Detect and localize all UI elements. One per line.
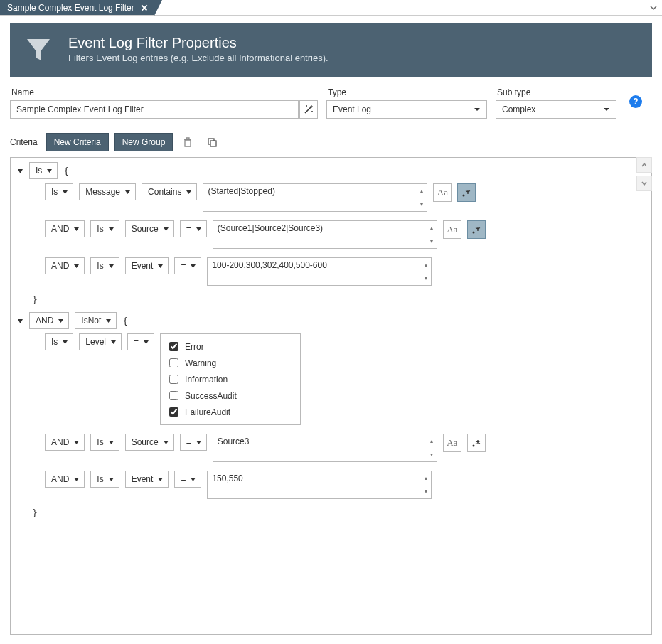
- row-logic-select[interactable]: Is: [90, 471, 119, 488]
- row-conjunction-select[interactable]: AND: [45, 434, 85, 451]
- level-successaudit-checkbox[interactable]: SuccessAudit: [166, 387, 293, 404]
- name-input[interactable]: [10, 100, 299, 119]
- operator-select[interactable]: =: [180, 434, 207, 451]
- tab-active[interactable]: Sample Complex Event Log Filter: [0, 0, 154, 15]
- tab-overflow-button[interactable]: [645, 0, 662, 15]
- chevron-down-icon: [46, 168, 53, 174]
- chevron-down-icon: [603, 106, 610, 113]
- spin-up[interactable]: ▴: [417, 184, 427, 198]
- funnel-icon: [23, 33, 54, 65]
- level-error-checkbox[interactable]: Error: [166, 338, 293, 355]
- operator-select[interactable]: =: [174, 471, 201, 488]
- type-value: Event Log: [333, 104, 371, 114]
- case-sensitive-toggle[interactable]: Aa: [443, 434, 461, 452]
- copy-button[interactable]: [203, 133, 221, 151]
- regex-toggle[interactable]: [457, 183, 476, 202]
- wand-button[interactable]: [299, 100, 318, 119]
- spin-up[interactable]: ▴: [421, 471, 431, 485]
- group-logic-select[interactable]: Is: [29, 162, 58, 179]
- svg-point-4: [472, 445, 474, 447]
- delete-button[interactable]: [178, 133, 197, 151]
- svg-point-2: [463, 195, 465, 197]
- case-sensitive-toggle[interactable]: Aa: [433, 183, 452, 202]
- collapse-toggle[interactable]: [16, 317, 23, 324]
- field-select[interactable]: Level: [79, 333, 122, 350]
- criteria-pane: Is { Is Message Contains (Started|Stoppe…: [10, 157, 652, 635]
- close-brace: }: [16, 294, 646, 305]
- spin-up[interactable]: ▴: [427, 434, 437, 448]
- level-failureaudit-checkbox[interactable]: FailureAudit: [166, 404, 293, 420]
- close-brace: }: [16, 508, 646, 518]
- criteria-label: Criteria: [10, 137, 38, 147]
- operator-select[interactable]: =: [127, 333, 154, 350]
- row-logic-select[interactable]: Is: [45, 333, 73, 350]
- regex-toggle[interactable]: [467, 220, 486, 239]
- tab-bar: Sample Complex Event Log Filter: [0, 0, 662, 16]
- spin-up[interactable]: ▴: [421, 258, 431, 272]
- spin-down[interactable]: ▾: [427, 448, 437, 461]
- row-logic-select[interactable]: Is: [90, 434, 119, 451]
- page-subtitle: Filters Event Log entries (e.g. Exclude …: [68, 53, 329, 63]
- operator-select[interactable]: =: [174, 257, 201, 274]
- scroll-down-button[interactable]: [636, 176, 652, 191]
- subtype-label: Sub type: [496, 87, 616, 97]
- row-conjunction-select[interactable]: AND: [45, 220, 85, 237]
- criteria-value-input[interactable]: (Source1|Source2|Source3): [213, 220, 437, 249]
- subtype-select[interactable]: Complex: [496, 100, 616, 119]
- type-select[interactable]: Event Log: [326, 100, 487, 119]
- level-checkbox-list: Error Warning Information SuccessAudit F…: [160, 333, 301, 425]
- collapse-toggle[interactable]: [16, 167, 23, 174]
- level-warning-checkbox[interactable]: Warning: [166, 355, 293, 371]
- regex-toggle[interactable]: [467, 434, 486, 452]
- row-logic-select[interactable]: Is: [90, 257, 119, 274]
- field-select[interactable]: Event: [125, 471, 169, 488]
- new-group-button[interactable]: New Group: [114, 133, 173, 151]
- group-conjunction-select[interactable]: AND: [29, 312, 69, 329]
- type-label: Type: [326, 87, 487, 97]
- field-select[interactable]: Event: [125, 257, 169, 274]
- criteria-value-input[interactable]: 150,550: [207, 471, 432, 499]
- svg-rect-1: [210, 141, 216, 146]
- field-select[interactable]: Message: [79, 183, 136, 200]
- subtype-value: Complex: [502, 104, 535, 114]
- help-icon[interactable]: ?: [629, 95, 642, 108]
- criteria-value-input[interactable]: (Started|Stopped): [203, 183, 427, 212]
- criteria-value-input[interactable]: 100-200,300,302,400,500-600: [207, 257, 432, 286]
- operator-select[interactable]: Contains: [142, 183, 197, 200]
- field-select[interactable]: Source: [125, 220, 174, 237]
- spin-down[interactable]: ▾: [421, 485, 431, 498]
- svg-point-3: [472, 232, 474, 234]
- close-icon[interactable]: [142, 5, 147, 11]
- header-banner: Event Log Filter Properties Filters Even…: [10, 23, 652, 77]
- field-select[interactable]: Source: [125, 434, 174, 451]
- row-logic-select[interactable]: Is: [90, 220, 119, 237]
- scroll-up-button[interactable]: [636, 157, 652, 173]
- name-label: Name: [10, 87, 299, 97]
- page-title: Event Log Filter Properties: [68, 35, 329, 51]
- criteria-value-input[interactable]: Source3: [213, 434, 437, 462]
- operator-select[interactable]: =: [180, 220, 207, 237]
- row-conjunction-select[interactable]: AND: [45, 471, 85, 488]
- open-brace: {: [122, 316, 128, 326]
- new-criteria-button[interactable]: New Criteria: [46, 133, 109, 151]
- group-logic-select[interactable]: IsNot: [75, 312, 117, 329]
- spin-down[interactable]: ▾: [421, 272, 431, 285]
- tab-title: Sample Complex Event Log Filter: [7, 3, 134, 13]
- spin-down[interactable]: ▾: [417, 198, 427, 211]
- level-information-checkbox[interactable]: Information: [166, 371, 293, 387]
- spin-up[interactable]: ▴: [427, 221, 437, 235]
- row-conjunction-select[interactable]: AND: [45, 257, 85, 274]
- open-brace: {: [63, 166, 69, 176]
- case-sensitive-toggle[interactable]: Aa: [443, 220, 461, 239]
- chevron-down-icon: [474, 106, 481, 113]
- spin-down[interactable]: ▾: [427, 235, 437, 248]
- row-logic-select[interactable]: Is: [45, 183, 73, 200]
